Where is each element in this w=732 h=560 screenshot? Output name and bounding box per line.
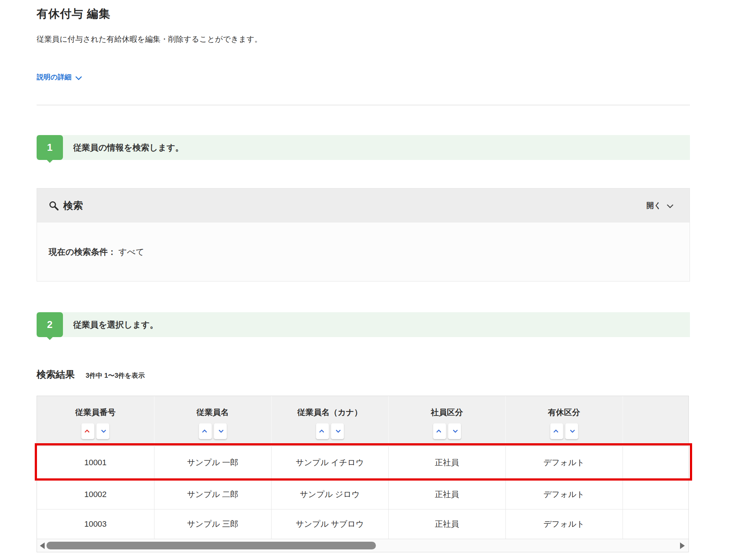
step2-bar: 2 従業員を選択します。 <box>37 312 690 337</box>
step2-number-badge: 2 <box>37 312 63 337</box>
cell-employee-name: サンプル 一郎 <box>154 446 271 479</box>
sort-desc-button[interactable] <box>214 423 227 439</box>
open-label: 開く <box>647 201 661 210</box>
cell-department <box>623 446 689 479</box>
search-panel-body: 現在の検索条件： すべて <box>37 223 690 281</box>
column-header-employee-number: 従業員番号 <box>37 396 154 446</box>
step1-number-badge: 1 <box>37 135 63 160</box>
results-table: 従業員番号 従業員名 <box>37 396 689 539</box>
sort-asc-button[interactable] <box>550 423 563 439</box>
table-row[interactable]: 10003 サンプル 三郎 サンプル サブロウ 正社員 デフォルト <box>37 509 689 539</box>
results-table-wrap: 従業員番号 従業員名 <box>37 396 689 552</box>
cell-leave-class: デフォルト <box>505 479 623 509</box>
cell-employee-kana: サンプル サブロウ <box>271 509 388 539</box>
page-title: 有休付与 編集 <box>37 0 690 21</box>
chevron-down-icon <box>75 73 82 80</box>
step1-label: 従業員の情報を検索します。 <box>73 142 184 153</box>
cell-leave-class: デフォルト <box>505 446 623 479</box>
sort-desc-button[interactable] <box>331 423 344 439</box>
cell-employee-kana: サンプル ジロウ <box>271 479 388 509</box>
column-label: 従業員名（カナ） <box>297 407 362 418</box>
cell-employee-class: 正社員 <box>388 509 505 539</box>
sort-asc-button[interactable] <box>199 423 212 439</box>
horizontal-scrollbar[interactable] <box>37 539 688 552</box>
page-content: 有休付与 編集 従業員に付与された有給休暇を編集・削除することができます。 説明… <box>37 0 690 552</box>
detail-link-label: 説明の詳細 <box>37 72 71 82</box>
search-results-heading: 検索結果 <box>37 368 75 381</box>
search-results-line: 検索結果 3件中 1〜3件を表示 <box>37 368 690 381</box>
column-label: 社員区分 <box>431 407 463 418</box>
page-description: 従業員に付与された有給休暇を編集・削除することができます。 <box>37 34 690 44</box>
table-row-selected[interactable]: 10001 サンプル 一郎 サンプル イチロウ 正社員 デフォルト <box>37 446 689 479</box>
description-detail-link[interactable]: 説明の詳細 <box>37 72 81 82</box>
cell-employee-class: 正社員 <box>388 479 505 509</box>
chevron-down-icon <box>667 202 673 208</box>
column-header-employee-class: 社員区分 <box>388 396 505 446</box>
scrollbar-thumb[interactable] <box>46 542 376 549</box>
current-condition-value: すべて <box>119 246 145 258</box>
sort-desc-button[interactable] <box>96 423 109 439</box>
cell-employee-kana: サンプル イチロウ <box>271 446 388 479</box>
search-results-count: 3件中 1〜3件を表示 <box>86 371 145 380</box>
sort-asc-button[interactable] <box>433 423 446 439</box>
cell-employee-name: サンプル 二郎 <box>154 479 271 509</box>
table-header-row: 従業員番号 従業員名 <box>37 396 689 446</box>
search-panel-title: 検索 <box>63 199 83 212</box>
cell-employee-number: 10003 <box>37 509 154 539</box>
cell-employee-name: サンプル 三郎 <box>154 509 271 539</box>
open-toggle-button[interactable]: 開く <box>647 201 672 210</box>
sort-desc-button[interactable] <box>448 423 461 439</box>
column-header-leave-class: 有休区分 <box>505 396 623 446</box>
search-panel-title-wrap: 検索 <box>49 199 83 212</box>
search-panel-header[interactable]: 検索 開く <box>37 188 690 223</box>
step2-label: 従業員を選択します。 <box>73 319 158 331</box>
cell-employee-number: 10002 <box>37 479 154 509</box>
column-header-employee-name: 従業員名 <box>154 396 271 446</box>
cell-department <box>623 509 689 539</box>
sort-desc-button[interactable] <box>565 423 578 439</box>
search-panel: 検索 開く 現在の検索条件： すべて <box>37 188 690 281</box>
table-row[interactable]: 10002 サンプル 二郎 サンプル ジロウ 正社員 デフォルト <box>37 479 689 509</box>
sort-asc-button[interactable] <box>81 423 94 439</box>
step1-bar: 1 従業員の情報を検索します。 <box>37 135 690 160</box>
search-icon <box>49 201 59 211</box>
current-condition-label: 現在の検索条件： <box>49 246 116 258</box>
scroll-right-arrow-icon[interactable] <box>680 542 685 549</box>
results-table-viewport: 従業員番号 従業員名 <box>37 396 689 552</box>
sort-asc-button[interactable] <box>316 423 329 439</box>
cell-leave-class: デフォルト <box>505 509 623 539</box>
column-label: 有休区分 <box>548 407 580 418</box>
cell-department <box>623 479 689 509</box>
column-label: 従業員番号 <box>75 407 116 418</box>
scroll-left-arrow-icon[interactable] <box>40 542 45 549</box>
section-divider <box>37 105 690 105</box>
column-header-employee-kana: 従業員名（カナ） <box>271 396 388 446</box>
cell-employee-class: 正社員 <box>388 446 505 479</box>
column-label: 従業員名 <box>197 407 229 418</box>
cell-employee-number: 10001 <box>37 446 154 479</box>
column-header-department: 部署 <box>623 396 689 446</box>
